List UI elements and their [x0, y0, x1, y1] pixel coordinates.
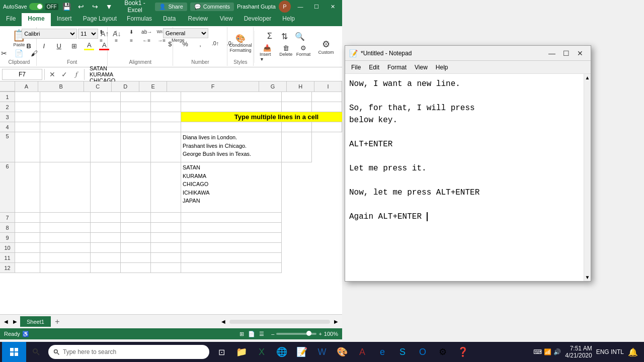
col-header-f[interactable]: F — [167, 81, 259, 92]
page-layout-view-button[interactable]: 📄 — [247, 330, 256, 338]
align-bottom-button[interactable]: ⬇ — [124, 28, 138, 36]
zoom-in-button[interactable]: + — [318, 331, 321, 337]
cell-g4[interactable] — [282, 122, 312, 132]
cell-e6[interactable] — [151, 162, 181, 213]
cell-h4[interactable] — [312, 122, 342, 132]
taskbar-search-bar[interactable]: Type here to search — [48, 345, 209, 359]
scroll-left-tab-button[interactable]: ◀ — [2, 318, 10, 326]
delete-button[interactable]: 🗑 Delete — [278, 43, 294, 63]
cell-f4[interactable] — [181, 122, 282, 132]
paint-taskbar[interactable]: 🎨 — [332, 342, 352, 362]
row-header-10[interactable]: 10 — [0, 243, 15, 253]
cell-h1[interactable] — [312, 92, 342, 102]
support-taskbar[interactable]: ❓ — [453, 342, 473, 362]
scroll-left-button[interactable]: ◀ — [219, 318, 227, 326]
row-header-12[interactable]: 12 — [0, 263, 15, 273]
row-header-6[interactable]: 6 — [0, 162, 15, 213]
cell-d1[interactable] — [121, 92, 151, 102]
zoom-out-button[interactable]: – — [271, 331, 274, 337]
notepad-menu-edit[interactable]: Edit — [365, 63, 383, 72]
orientation-button[interactable]: ab→ — [139, 28, 154, 36]
tab-developer[interactable]: Developer — [239, 13, 277, 26]
scroll-right-tab-button[interactable]: ▶ — [11, 318, 19, 326]
cell-f5[interactable]: Diana lives in London. Prashant lives in… — [181, 132, 282, 162]
align-middle-button[interactable]: ↕ — [109, 28, 123, 36]
notification-button[interactable]: 🔔 — [628, 347, 638, 357]
notepad-minimize-button[interactable]: — — [545, 48, 558, 59]
row-header-2[interactable]: 2 — [0, 102, 15, 112]
insert-function-button[interactable]: 𝑓 — [71, 69, 82, 80]
cell-e4[interactable] — [151, 122, 181, 132]
cell-f7[interactable] — [181, 213, 282, 223]
row-header-11[interactable]: 11 — [0, 253, 15, 263]
tab-view[interactable]: View — [214, 13, 239, 26]
format-button[interactable]: ⚙ Format — [295, 43, 312, 63]
cell-e1[interactable] — [151, 92, 181, 102]
cell-e3[interactable] — [151, 112, 181, 122]
confirm-formula-button[interactable]: ✓ — [59, 69, 70, 80]
autosave-toggle[interactable]: AutoSave OFF — [3, 3, 58, 10]
cut-button[interactable]: ✂ — [0, 48, 11, 58]
row-header-9[interactable]: 9 — [0, 233, 15, 243]
excel-taskbar[interactable]: X — [252, 342, 272, 362]
scroll-down-button[interactable]: ▼ — [585, 275, 590, 280]
scroll-up-button[interactable]: ▲ — [585, 75, 590, 80]
cell-g2[interactable] — [282, 102, 312, 112]
col-header-h[interactable]: H — [287, 81, 314, 92]
cell-g5[interactable] — [282, 132, 312, 162]
cell-d5[interactable] — [121, 132, 151, 162]
tab-home[interactable]: Home — [22, 13, 50, 26]
name-box[interactable] — [2, 69, 42, 80]
cell-c3[interactable] — [91, 112, 121, 122]
cell-e5[interactable] — [151, 132, 181, 162]
cell-c7[interactable] — [91, 213, 121, 223]
notepad-close-button[interactable]: ✕ — [574, 48, 587, 59]
edge-taskbar[interactable]: e — [372, 342, 392, 362]
row-header-8[interactable]: 8 — [0, 223, 15, 233]
row-header-1[interactable]: 1 — [0, 92, 15, 102]
align-right-button[interactable]: ≡ — [124, 37, 138, 44]
skype-taskbar[interactable]: S — [392, 342, 413, 362]
word-taskbar[interactable]: W — [312, 342, 332, 362]
accessibility-button[interactable]: ♿ — [20, 328, 31, 339]
notepad-text-area[interactable]: Now, I want a new line. So, for that, I … — [345, 74, 584, 281]
autosave-switch[interactable] — [29, 3, 43, 10]
cell-c1[interactable] — [91, 92, 121, 102]
cell-a1[interactable] — [15, 92, 40, 102]
insert-button[interactable]: 📥 Insert ▼ — [258, 43, 277, 63]
cell-a6[interactable] — [15, 162, 40, 213]
notepad-menu-file[interactable]: File — [347, 63, 365, 72]
col-header-i[interactable]: I — [314, 81, 342, 92]
notepad-menu-format[interactable]: Format — [383, 63, 411, 72]
cell-d4[interactable] — [121, 122, 151, 132]
align-top-button[interactable]: ⬆ — [94, 28, 108, 36]
notepad-taskbar[interactable]: 📝 — [292, 342, 312, 362]
system-clock[interactable]: 7:51 AM 4/21/2020 — [565, 345, 592, 359]
tab-help[interactable]: Help — [276, 13, 301, 26]
cancel-formula-button[interactable]: ✕ — [47, 69, 58, 80]
customize-qa-button[interactable]: ▼ — [104, 1, 115, 12]
add-sheet-button[interactable]: + — [52, 316, 63, 327]
cell-f2[interactable] — [181, 102, 282, 112]
cell-d2[interactable] — [121, 102, 151, 112]
cell-c4[interactable] — [91, 122, 121, 132]
cell-b6[interactable] — [40, 162, 91, 213]
comments-button[interactable]: 💬 Comments — [190, 3, 234, 11]
cell-f1[interactable] — [181, 92, 282, 102]
cell-b3[interactable] — [40, 112, 91, 122]
cell-h2[interactable] — [312, 102, 342, 112]
accounting-button[interactable]: $ — [163, 39, 177, 49]
row-header-3[interactable]: 3 — [0, 112, 15, 122]
borders-button[interactable]: ⊞ — [67, 41, 81, 51]
chrome-taskbar[interactable]: 🌐 — [272, 342, 292, 362]
percent-button[interactable]: % — [178, 39, 192, 49]
tab-review[interactable]: Review — [182, 13, 213, 26]
col-header-b[interactable]: B — [38, 81, 85, 92]
access-taskbar[interactable]: A — [352, 342, 372, 362]
page-break-view-button[interactable]: ☰ — [258, 330, 265, 338]
redo-button[interactable]: ↪ — [90, 1, 101, 12]
col-header-c[interactable]: C — [84, 81, 112, 92]
find-button[interactable]: 🔍 — [293, 31, 307, 42]
notepad-menu-view[interactable]: View — [411, 63, 432, 72]
tab-insert[interactable]: Insert — [51, 13, 78, 26]
